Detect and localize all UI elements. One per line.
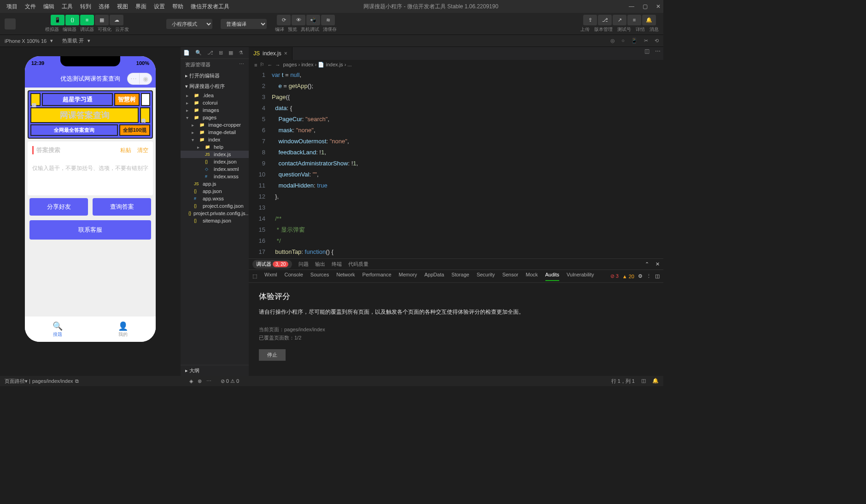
dt2-tab-Storage[interactable]: Storage bbox=[451, 272, 469, 281]
preview-button[interactable]: 👁 bbox=[292, 15, 305, 25]
tree-item-app.wxss[interactable]: #app.wxss bbox=[181, 195, 249, 202]
share-button[interactable]: 分享好友 bbox=[29, 198, 88, 216]
simulator-button[interactable]: 📱 bbox=[51, 15, 64, 25]
dt2-tab-Performance[interactable]: Performance bbox=[363, 272, 392, 281]
editor-tab[interactable]: JS index.js × bbox=[249, 47, 293, 60]
maximize-icon[interactable]: ▢ bbox=[643, 3, 648, 10]
dt2-tab-Network[interactable]: Network bbox=[336, 272, 355, 281]
compass-icon[interactable]: ◈ bbox=[189, 378, 193, 384]
tree-item-app.js[interactable]: JSapp.js bbox=[181, 180, 249, 188]
close-icon[interactable]: ✕ bbox=[656, 3, 661, 10]
tree-item-images[interactable]: ▸ 📁images bbox=[181, 106, 249, 114]
menu-工具[interactable]: 工具 bbox=[58, 1, 76, 12]
dt-tab-终端[interactable]: 终端 bbox=[332, 261, 342, 268]
tree-item-index.js[interactable]: JSindex.js bbox=[181, 151, 249, 158]
tree-item-index[interactable]: ▾ 📁index bbox=[181, 136, 249, 143]
tab-mine[interactable]: 👤我的 bbox=[90, 316, 156, 342]
bell-icon[interactable]: 🔔 bbox=[652, 378, 659, 385]
capsule-menu-icon[interactable]: ⋯ bbox=[128, 73, 140, 84]
back-icon[interactable]: ← bbox=[267, 62, 272, 68]
menu-视图[interactable]: 视图 bbox=[113, 1, 132, 12]
tree-item-sitemap.json[interactable]: {}sitemap.json bbox=[181, 217, 249, 224]
close-icon[interactable]: ✕ bbox=[655, 261, 660, 267]
dt2-tab-Security[interactable]: Security bbox=[477, 272, 495, 281]
dt-tab-调试器[interactable]: 调试器 3, 20 bbox=[252, 260, 292, 269]
more-icon[interactable]: ⋯ bbox=[239, 61, 244, 68]
dt2-tab-Audits[interactable]: Audits bbox=[545, 272, 560, 281]
cut-icon[interactable]: ✂ bbox=[644, 38, 648, 44]
tree-item-image-detail[interactable]: ▸ 📁image-detail bbox=[181, 129, 249, 136]
code-editor[interactable]: 12345678910111213141516171819 var t = nu… bbox=[249, 70, 663, 258]
rotate-icon[interactable]: 📱 bbox=[631, 38, 638, 44]
git-icon[interactable]: ⎇ bbox=[207, 50, 213, 56]
dt-tab-问题[interactable]: 问题 bbox=[298, 261, 309, 268]
visual-button[interactable]: ▦ bbox=[95, 15, 109, 25]
more-icon[interactable]: ⋯ bbox=[655, 48, 661, 54]
files-icon[interactable]: 📄 bbox=[183, 50, 190, 56]
tree-item-index.wxml[interactable]: ◇index.wxml bbox=[181, 165, 249, 173]
error-count[interactable]: ⊘ 3 bbox=[610, 273, 619, 279]
dt-tab-代码质量[interactable]: 代码质量 bbox=[348, 261, 369, 268]
dt2-tab-Mock[interactable]: Mock bbox=[526, 272, 538, 281]
paste-button[interactable]: 粘贴 bbox=[120, 147, 131, 153]
capsule-close-icon[interactable]: ◉ bbox=[140, 73, 152, 84]
menu-微信开发者工具[interactable]: 微信开发者工具 bbox=[187, 1, 233, 12]
tree-item-index.wxss[interactable]: #index.wxss bbox=[181, 173, 249, 180]
forward-icon[interactable]: → bbox=[275, 62, 280, 68]
menu-转到[interactable]: 转到 bbox=[76, 1, 95, 12]
dock-icon[interactable]: ◫ bbox=[655, 273, 660, 279]
close-circle-icon[interactable]: ⊗ bbox=[198, 378, 202, 384]
remote-debug-button[interactable]: 📲 bbox=[306, 15, 320, 25]
warning-count[interactable]: ▲ 20 bbox=[622, 274, 634, 279]
tree-item-pages[interactable]: ▾ 📁pages bbox=[181, 114, 249, 121]
avatar[interactable] bbox=[5, 18, 16, 29]
message-button[interactable]: 🔔 bbox=[642, 15, 656, 25]
dt2-tab-Memory[interactable]: Memory bbox=[399, 272, 417, 281]
collapse-icon[interactable]: ⌃ bbox=[645, 261, 649, 267]
dt2-tab-Console[interactable]: Console bbox=[285, 272, 303, 281]
search-icon[interactable]: 🔍 bbox=[195, 50, 202, 56]
minimize-icon[interactable]: — bbox=[629, 3, 634, 10]
menu-文件[interactable]: 文件 bbox=[21, 1, 40, 12]
dt2-tab-AppData[interactable]: AppData bbox=[424, 272, 444, 281]
menu-界面[interactable]: 界面 bbox=[132, 1, 150, 12]
more-icon[interactable]: ⋮ bbox=[646, 273, 651, 279]
tree-item-.idea[interactable]: ▸ 📁.idea bbox=[181, 92, 249, 99]
dt2-tab-Sensor[interactable]: Sensor bbox=[502, 272, 518, 281]
tree-item-image-cropper[interactable]: ▸ 📁image-cropper bbox=[181, 121, 249, 129]
dt2-tab-Wxml[interactable]: Wxml bbox=[264, 272, 277, 281]
breadcrumb[interactable]: ≡ ⚐ ← → pages › index › 📄 index.js › ... bbox=[249, 60, 663, 70]
tree-item-project.config.json[interactable]: {}project.config.json bbox=[181, 202, 249, 210]
beaker-icon[interactable]: ⚗ bbox=[239, 50, 243, 56]
dt-tab-输出[interactable]: 输出 bbox=[315, 261, 325, 268]
clear-button[interactable]: 清空 bbox=[137, 147, 148, 153]
gear-icon[interactable]: ⚙ bbox=[638, 273, 643, 279]
tab-close-icon[interactable]: × bbox=[284, 50, 287, 57]
menu-帮助[interactable]: 帮助 bbox=[169, 1, 187, 12]
compile-button[interactable]: ⟳ bbox=[277, 15, 291, 25]
layout-icon[interactable]: ◫ bbox=[641, 378, 646, 385]
editor-button[interactable]: ⟨⟩ bbox=[65, 15, 79, 25]
copy-icon[interactable]: ⧉ bbox=[75, 378, 79, 384]
struct-icon[interactable]: ▦ bbox=[228, 50, 233, 56]
inspect-icon[interactable]: ⬚ bbox=[252, 273, 257, 279]
menu-选择[interactable]: 选择 bbox=[95, 1, 113, 12]
target-icon[interactable]: ◎ bbox=[610, 38, 615, 44]
detail-button[interactable]: ≡ bbox=[627, 15, 641, 25]
search-input[interactable]: 仅输入题干，不要加括号、选项，不要有错别字 bbox=[32, 158, 148, 191]
split-icon[interactable]: ◫ bbox=[644, 48, 650, 54]
tab-search[interactable]: 🔍搜题 bbox=[25, 316, 90, 342]
dt2-tab-Sources[interactable]: Sources bbox=[310, 272, 329, 281]
tree-item-help[interactable]: ▸ 📁help bbox=[181, 143, 249, 151]
clear-cache-button[interactable]: ≋ bbox=[321, 15, 335, 25]
device-select[interactable]: iPhone X 100% 16 bbox=[5, 38, 47, 44]
record-icon[interactable]: ○ bbox=[621, 38, 625, 44]
more-icon[interactable]: ⋯ bbox=[206, 378, 211, 384]
project-section[interactable]: ▾ 网课搜题小程序 bbox=[181, 81, 249, 92]
page-path[interactable]: pages/index/index bbox=[32, 378, 73, 384]
menu-编辑[interactable]: 编辑 bbox=[40, 1, 58, 12]
hot-reload-toggle[interactable]: 热重载 开 bbox=[62, 37, 84, 44]
menu-设置[interactable]: 设置 bbox=[150, 1, 169, 12]
compile-select[interactable]: 普通编译 bbox=[221, 19, 267, 29]
list-icon[interactable]: ≡ bbox=[254, 62, 257, 68]
